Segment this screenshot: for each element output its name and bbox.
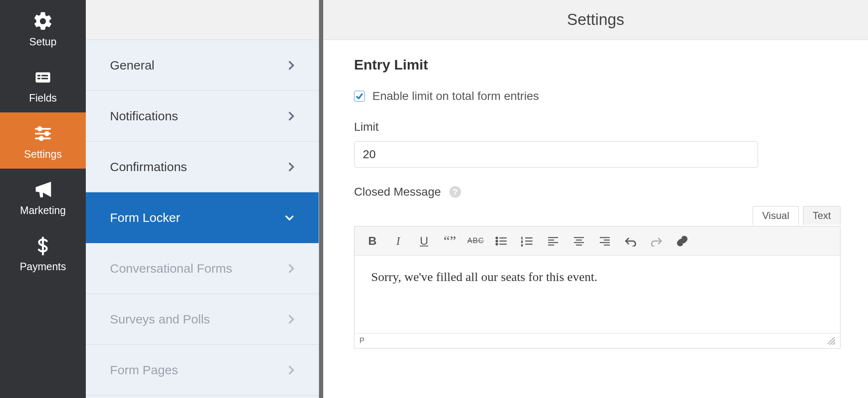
settings-item-notifications[interactable]: Notifications [86, 91, 319, 142]
dollar-icon [31, 234, 55, 258]
toolbar-italic-button[interactable]: I [386, 231, 410, 251]
nav-item-setup[interactable]: Setup [0, 0, 86, 56]
help-icon[interactable]: ? [449, 186, 461, 198]
toolbar-link-button[interactable] [670, 231, 694, 251]
toolbar-bullets-button[interactable] [489, 231, 514, 251]
editor-tab-visual[interactable]: Visual [753, 206, 799, 225]
main-content: Settings Entry Limit Enable limit on tot… [319, 0, 868, 398]
chevron-down-icon [284, 214, 294, 221]
editor-tab-text[interactable]: Text [803, 206, 841, 225]
editor-tabs: Visual Text [753, 206, 841, 225]
toolbar-align-center-button[interactable] [567, 231, 591, 251]
enable-limit-label: Enable limit on total form entries [372, 90, 539, 103]
settings-sidebar-header [86, 0, 319, 40]
svg-rect-2 [37, 78, 40, 80]
svg-text:1: 1 [521, 236, 523, 240]
section-title: Entry Limit [354, 57, 837, 73]
settings-item-confirmations[interactable]: Confirmations [86, 142, 319, 192]
toolbar-quote-button[interactable]: “” [438, 231, 462, 251]
toolbar-bold-button[interactable]: B [360, 231, 384, 251]
settings-item-label: Surveys and Polls [110, 312, 210, 326]
svg-text:3: 3 [521, 243, 523, 246]
enable-limit-checkbox[interactable] [354, 91, 365, 102]
toolbar-redo-button[interactable] [644, 231, 668, 251]
editor-toolbar: B I U “” ABC 123 [354, 226, 840, 256]
settings-item-label: Form Pages [110, 363, 178, 377]
settings-item-surveys-polls[interactable]: Surveys and Polls [86, 294, 319, 345]
settings-item-form-pages[interactable]: Form Pages [86, 345, 319, 396]
svg-point-6 [38, 127, 41, 130]
resize-grip-icon[interactable] [828, 337, 835, 345]
chevron-right-icon [288, 162, 294, 172]
chevron-right-icon [288, 60, 294, 71]
chevron-right-icon [288, 365, 294, 376]
limit-label: Limit [354, 120, 837, 134]
svg-rect-4 [42, 78, 48, 80]
chevron-right-icon [288, 314, 294, 325]
bullhorn-icon [31, 178, 55, 202]
svg-point-11 [496, 237, 498, 239]
nav-item-marketing[interactable]: Marketing [0, 169, 86, 225]
main-header: Settings [323, 0, 868, 40]
toolbar-underline-button[interactable]: U [412, 231, 436, 251]
nav-label: Payments [20, 261, 66, 273]
toolbar-align-left-button[interactable] [541, 231, 565, 251]
limit-field: Limit [354, 120, 837, 168]
nav-label: Fields [29, 92, 57, 104]
nav-label: Settings [24, 148, 62, 160]
entry-limit-section: Entry Limit Enable limit on total form e… [323, 40, 868, 398]
page-title: Settings [567, 11, 624, 29]
settings-item-conversational-forms[interactable]: Conversational Forms [86, 243, 319, 294]
editor-path: P [359, 336, 364, 345]
svg-rect-0 [36, 72, 50, 83]
nav-item-payments[interactable]: Payments [0, 225, 86, 281]
primary-nav: Setup Fields Settings Marketing [0, 0, 86, 398]
svg-rect-1 [37, 75, 40, 77]
nav-label: Marketing [20, 204, 66, 216]
settings-list: General Notifications Confirmations Form… [86, 40, 319, 398]
settings-item-label: General [110, 58, 155, 72]
settings-item-label: Conversational Forms [110, 261, 232, 276]
editor-status-bar: P [354, 333, 840, 348]
settings-item-label: Notifications [110, 109, 178, 123]
settings-item-general[interactable]: General [86, 40, 319, 91]
toolbar-undo-button[interactable] [619, 231, 643, 251]
nav-item-settings[interactable]: Settings [0, 112, 86, 169]
closed-message-field: Closed Message ? Visual Text B I U “” AB… [354, 185, 837, 348]
enable-limit-row[interactable]: Enable limit on total form entries [354, 90, 837, 103]
toolbar-align-right-button[interactable] [593, 231, 617, 251]
editor-body[interactable]: Sorry, we've filled all our seats for th… [354, 256, 840, 333]
svg-text:2: 2 [521, 239, 523, 243]
limit-input[interactable] [354, 141, 758, 168]
svg-point-13 [496, 243, 498, 245]
svg-point-8 [45, 132, 48, 135]
svg-point-12 [496, 240, 498, 242]
chevron-right-icon [288, 111, 294, 122]
nav-label: Setup [29, 36, 56, 48]
sliders-icon [31, 122, 55, 146]
settings-item-label: Confirmations [110, 160, 187, 174]
toolbar-strike-button[interactable]: ABC [464, 231, 488, 251]
nav-item-fields[interactable]: Fields [0, 56, 86, 112]
closed-message-label: Closed Message [354, 185, 441, 199]
toolbar-numbers-button[interactable]: 123 [515, 231, 539, 251]
settings-sidebar: General Notifications Confirmations Form… [86, 0, 319, 398]
rich-text-editor: B I U “” ABC 123 [354, 226, 841, 348]
chevron-right-icon [288, 263, 294, 274]
settings-item-form-locker[interactable]: Form Locker [86, 192, 319, 243]
svg-rect-3 [42, 75, 48, 77]
svg-point-10 [40, 137, 43, 140]
fields-icon [31, 65, 55, 90]
settings-item-label: Form Locker [110, 211, 180, 225]
gear-icon [31, 9, 55, 33]
